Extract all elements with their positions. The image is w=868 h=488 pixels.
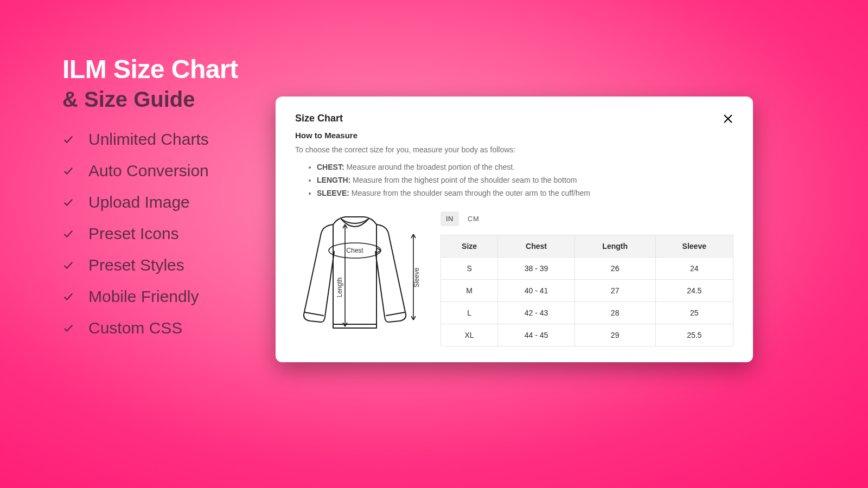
size-cell: 44 - 45 (498, 324, 575, 346)
promo-feature-list: Unlimited ChartsAuto ConversionUpload Im… (62, 124, 238, 344)
promo-panel: ILM Size Chart & Size Guide Unlimited Ch… (62, 54, 238, 344)
unit-toggle: IN CM (441, 211, 733, 226)
size-cell: L (441, 302, 498, 324)
promo-feature-label: Mobile Friendly (88, 287, 199, 306)
svg-line-2 (305, 312, 323, 316)
promo-feature-label: Preset Styles (88, 256, 184, 274)
table-row: XL44 - 452925.5 (441, 324, 733, 346)
promo-feature-item: Preset Icons (62, 218, 238, 249)
promo-feature-label: Auto Conversion (88, 162, 209, 180)
size-cell: 24.5 (655, 280, 733, 302)
check-icon (62, 165, 74, 177)
size-cell: 29 (575, 324, 655, 346)
close-icon[interactable] (723, 113, 733, 124)
size-cell: S (441, 258, 498, 280)
measure-instruction-item: CHEST: Measure around the broadest porti… (317, 160, 733, 174)
check-icon (62, 228, 74, 240)
promo-feature-item: Upload Image (62, 187, 238, 218)
table-row: M40 - 412724.5 (441, 280, 733, 302)
measure-instruction-list: CHEST: Measure around the broadest porti… (295, 160, 733, 200)
table-row: L42 - 432825 (441, 302, 733, 324)
promo-title-line1: ILM Size Chart (62, 54, 238, 84)
size-cell: 42 - 43 (498, 302, 575, 324)
promo-feature-label: Upload Image (88, 193, 190, 211)
promo-title-line2: & Size Guide (62, 87, 238, 112)
size-cell: 25.5 (655, 324, 733, 346)
size-cell: XL (441, 324, 498, 346)
promo-feature-label: Custom CSS (88, 319, 182, 337)
promo-feature-item: Mobile Friendly (62, 281, 238, 312)
size-cell: 26 (575, 258, 655, 280)
check-icon (62, 196, 74, 208)
size-column-header: Sleeve (655, 235, 733, 258)
size-column-header: Size (441, 235, 498, 258)
size-column-header: Length (575, 235, 655, 258)
check-icon (62, 322, 74, 334)
check-icon (62, 133, 74, 145)
table-row: S38 - 392624 (441, 258, 733, 280)
promo-feature-label: Unlimited Charts (88, 130, 209, 149)
measure-label: SLEEVE: (317, 189, 352, 197)
size-cell: 25 (655, 302, 733, 324)
promo-feature-item: Auto Conversion (62, 155, 238, 187)
unit-in-button[interactable]: IN (441, 211, 459, 226)
promo-feature-item: Unlimited Charts (62, 124, 238, 155)
unit-cm-button[interactable]: CM (462, 211, 484, 226)
check-icon (62, 259, 74, 271)
how-to-measure-intro: To choose the correct size for you, meas… (295, 145, 733, 154)
size-cell: M (441, 280, 498, 302)
measure-desc: Measure from the shoulder seam through t… (352, 189, 590, 197)
promo-feature-item: Custom CSS (62, 312, 238, 344)
check-icon (62, 291, 74, 303)
measure-desc: Measure around the broadest portion of t… (346, 163, 515, 171)
modal-title: Size Chart (295, 113, 343, 124)
promo-feature-item: Preset Styles (62, 249, 238, 281)
measure-instruction-item: SLEEVE: Measure from the shoulder seam t… (317, 187, 733, 200)
garment-diagram: Chest Length Sleeve (295, 211, 424, 336)
diagram-chest-label: Chest (346, 247, 363, 254)
size-chart-modal: Size Chart How to Measure To choose the … (276, 97, 753, 362)
size-table: SizeChestLengthSleeve S38 - 392624M40 - … (441, 235, 733, 346)
diagram-length-label: Length (336, 278, 343, 298)
measure-instruction-item: LENGTH: Measure from the highest point o… (317, 174, 733, 187)
size-cell: 28 (575, 302, 655, 324)
promo-feature-label: Preset Icons (88, 224, 179, 243)
measure-desc: Measure from the highest point of the sh… (353, 176, 577, 184)
how-to-measure-heading: How to Measure (295, 131, 733, 140)
size-column-header: Chest (498, 235, 575, 258)
svg-line-3 (386, 312, 405, 316)
size-cell: 27 (575, 280, 655, 302)
size-cell: 24 (655, 258, 733, 280)
size-cell: 38 - 39 (498, 258, 575, 280)
size-cell: 40 - 41 (498, 280, 575, 302)
measure-label: CHEST: (317, 163, 346, 171)
diagram-sleeve-label: Sleeve (413, 267, 420, 287)
measure-label: LENGTH: (317, 176, 353, 184)
